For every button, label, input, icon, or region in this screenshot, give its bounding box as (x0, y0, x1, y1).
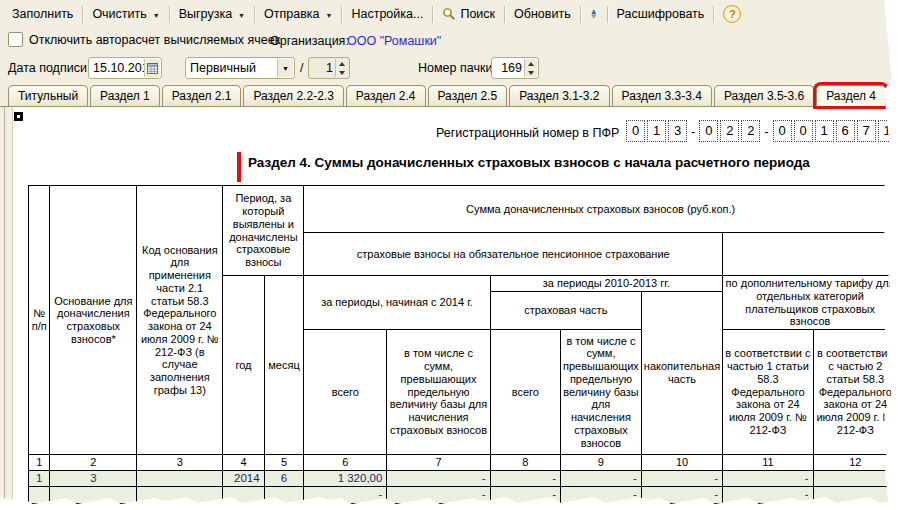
col-header-year: год (223, 276, 264, 455)
cell[interactable]: - (723, 471, 814, 487)
toolbar-separator (504, 6, 505, 23)
cell[interactable]: 3 (50, 471, 137, 487)
reg-digit[interactable]: 0 (773, 120, 792, 142)
cell[interactable] (137, 471, 223, 487)
col-header-2010-2013: за периоды 2010-2013 гг. (490, 276, 723, 292)
cell[interactable]: - (813, 471, 897, 487)
document-left-margin (0, 107, 13, 510)
reg-digit[interactable]: 0 (626, 120, 645, 142)
col-header-insurance-part: страховая часть (490, 291, 641, 329)
cell[interactable] (29, 487, 50, 503)
cell[interactable]: - (561, 471, 642, 487)
stepper-arrows[interactable] (524, 59, 537, 77)
pack-number-label: Номер пачки: (418, 61, 496, 75)
help-button[interactable]: ? (717, 2, 747, 26)
cell[interactable]: 1 320,00 (304, 471, 387, 487)
toolbar-separator (607, 6, 608, 23)
cell[interactable]: - (387, 471, 490, 487)
correction-number-stepper[interactable]: 1 (308, 57, 350, 79)
cell[interactable]: 1 (29, 471, 50, 487)
tab-razdel-2-5[interactable]: Раздел 2.5 (428, 85, 508, 106)
autocalc-checkbox[interactable] (8, 32, 23, 47)
toolbar-separator (82, 6, 83, 23)
tab-razdel-4-active[interactable]: Раздел 4 (816, 85, 886, 106)
chevron-down-icon: ▼ (238, 12, 245, 19)
section-title: Раздел 4. Суммы доначисленных страховых … (248, 155, 810, 170)
reg-separator: - (691, 124, 695, 139)
col-header-month: месяц (264, 276, 304, 455)
toolbar-separator (580, 6, 581, 23)
pfr-reg-number: 0 1 3 - 0 2 2 - 0 0 1 6 7 1 (626, 120, 898, 142)
tab-titulnyj[interactable]: Титульный (8, 85, 88, 106)
sort-arrows-icon: ▲▼ (590, 9, 598, 19)
calendar-button[interactable] (144, 59, 160, 77)
upload-button[interactable]: Выгрузка▼ (173, 4, 251, 24)
options-row: Отключить авторасчет вычисляемых ячеек О… (0, 32, 898, 52)
tab-razdel-2-1[interactable]: Раздел 2.1 (162, 85, 242, 106)
organization-label: Организация: (270, 34, 349, 48)
reg-separator: - (764, 124, 768, 139)
col-header-funded-part: накопительная часть (641, 291, 722, 454)
settings-button[interactable]: Настройка... (345, 4, 429, 24)
reg-digit[interactable]: 3 (668, 120, 687, 142)
search-button[interactable]: Поиск (436, 4, 501, 24)
cell[interactable]: - (641, 471, 722, 487)
cell[interactable]: 2014 (223, 471, 264, 487)
sign-date-field[interactable]: 15.10.2014 (88, 57, 162, 79)
reg-digit[interactable]: 2 (741, 120, 760, 142)
col-header-pension-group: страховые взносы на обязательное пенсион… (304, 233, 723, 276)
col-header-sum-group: Сумма доначисленных страховых взносов (р… (304, 186, 898, 233)
doc-type-select[interactable]: Первичный ▼ (185, 57, 295, 79)
chevron-down-icon[interactable]: ▼ (277, 59, 293, 77)
reg-digit[interactable]: 6 (836, 120, 855, 142)
tab-razdel-3-5-3-6[interactable]: Раздел 3.5-3.6 (714, 85, 814, 106)
clear-button[interactable]: Очистить▼ (86, 4, 165, 24)
section-marker-icon (14, 112, 23, 121)
pack-number-stepper[interactable]: 169 (491, 57, 539, 79)
reg-digit[interactable]: 7 (857, 120, 876, 142)
reg-digit[interactable]: 0 (699, 120, 718, 142)
toolbar-separator (341, 6, 342, 23)
slash-label: / (300, 61, 303, 75)
organization-value[interactable]: ООО "Ромашки" (347, 34, 441, 48)
toolbar-separator (432, 6, 433, 23)
col-header-over-limit2: в том числе с сумм, превышающих предельн… (561, 330, 642, 455)
tab-razdel-3-3-3-4[interactable]: Раздел 3.3-3.4 (612, 85, 712, 106)
col-header-part1-583: в соответствии с частью 1 статьи 58.3 Фе… (723, 330, 814, 455)
col-header-npp: № п/п (29, 186, 50, 455)
reorder-sections-button[interactable]: ▲▼ (584, 6, 604, 22)
stepper-arrows[interactable] (335, 59, 348, 77)
decrypt-button[interactable]: Расшифровать (611, 4, 711, 24)
calendar-icon (147, 63, 158, 74)
tab-razdel-2-4[interactable]: Раздел 2.4 (346, 85, 426, 106)
section-tabs: Титульный Раздел 1 Раздел 2.1 Раздел 2.2… (0, 84, 898, 107)
cell[interactable]: - (490, 471, 560, 487)
red-marker-bar (237, 152, 241, 182)
fill-button[interactable]: Заполнить (6, 4, 79, 24)
reg-digit[interactable]: 0 (794, 120, 813, 142)
params-row: Дата подписи: 15.10.2014 Первичный ▼ / 1… (0, 56, 898, 82)
col-header-basis: Основание для доначисления страховых взн… (50, 186, 137, 455)
reg-digit[interactable]: 2 (720, 120, 739, 142)
cell[interactable]: 6 (264, 471, 304, 487)
toolbar: Заполнить Очистить▼ Выгрузка▼ Отправка▼ … (0, 0, 898, 28)
col-header-period-group: Период, за который выявлены и доначислен… (223, 186, 304, 276)
spreadsheet-document: Регистрационный номер в ПФР 0 1 3 - 0 2 … (0, 107, 898, 510)
pfr-reg-number-label: Регистрационный номер в ПФР (436, 126, 619, 140)
toolbar-separator (713, 6, 714, 23)
reg-digit[interactable]: 1 (647, 120, 666, 142)
refresh-button[interactable]: Обновить (508, 4, 577, 24)
tab-razdel-3-1-3-2[interactable]: Раздел 3.1-3.2 (509, 85, 609, 106)
app-window: Заполнить Очистить▼ Выгрузка▼ Отправка▼ … (0, 0, 898, 510)
tab-razdel-1[interactable]: Раздел 1 (90, 85, 160, 106)
tab-razdel-2-2-2-3[interactable]: Раздел 2.2-2.3 (243, 85, 343, 106)
col-header-add-tariff-group: по дополнительному тарифу для отдельных … (723, 276, 898, 330)
section4-table: № п/п Основание для доначисления страхов… (28, 185, 898, 510)
col-header-from2014: за периоды, начиная с 2014 г. (304, 276, 490, 330)
col-header-over-limit1: в том числе с сумм, превышающих предельн… (387, 330, 490, 455)
send-button[interactable]: Отправка▼ (258, 4, 338, 24)
col-header-code: Код основания для применения части 2.1 с… (137, 186, 223, 455)
reg-digit[interactable]: 1 (815, 120, 834, 142)
column-number-row: 12 34 56 78 910 1112 (29, 455, 898, 471)
col-header-part2-583: в соответствии с частью 2 статьи 58.3 Фе… (813, 330, 897, 455)
